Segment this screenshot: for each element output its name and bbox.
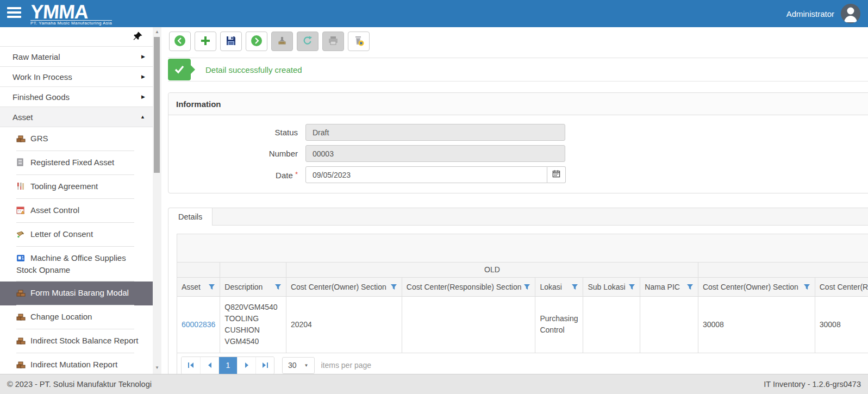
cell-old-cc-responsible — [402, 296, 535, 353]
first-page-button[interactable] — [182, 357, 200, 374]
grid-header-row: Asset Description Cost Center(Owner) Sec… — [177, 277, 868, 296]
add-button[interactable] — [195, 32, 216, 51]
chevron-down-icon: ▼ — [304, 363, 309, 368]
group-header-new — [698, 262, 868, 277]
submit-button[interactable] — [246, 32, 267, 51]
topbar: YMMA PT. Yamaha Music Manufacturing Asia… — [0, 0, 868, 27]
boxes-icon — [16, 134, 26, 145]
calendar-icon — [552, 170, 560, 180]
delete-button[interactable] — [348, 32, 370, 51]
number-input[interactable] — [305, 145, 565, 162]
sidebar-scrollbar[interactable]: ▲ ▼ — [153, 27, 161, 374]
refresh-button[interactable] — [297, 32, 319, 51]
sidebar-item-work-in-process[interactable]: Work In Process ▶ — [0, 67, 153, 87]
action-toolbar — [168, 31, 868, 57]
sidebar-item-asset[interactable]: Asset ▲ — [0, 107, 153, 127]
approve-button[interactable] — [271, 32, 293, 51]
chevron-up-icon: ▲ — [140, 114, 145, 120]
user-name: Administrator — [786, 9, 834, 18]
filter-icon[interactable] — [523, 284, 530, 290]
sidebar-item-indirect-stock-balance-report[interactable]: Indirect Stock Balance Report — [0, 329, 153, 353]
col-description: Description — [220, 277, 286, 296]
sidebar-item-change-location[interactable]: Change Location — [0, 305, 153, 329]
back-button[interactable] — [169, 32, 191, 51]
sidebar-item-machine-office-supplies-stock-opname[interactable]: Machine & Office Supplies Stock Opname — [0, 247, 153, 282]
pin-icon[interactable] — [133, 31, 143, 43]
filter-icon[interactable] — [803, 284, 810, 290]
sidebar-item-letter-of-consent[interactable]: Letter of Consent — [0, 223, 153, 247]
print-button[interactable] — [322, 32, 344, 51]
details-tabstrip: Details OLD — [168, 208, 868, 374]
alert-message: Detail successfully created — [205, 65, 302, 74]
boxes-icon — [16, 360, 26, 371]
sidebar-item-label: Registered Fixed Asset — [30, 158, 114, 167]
tab-details[interactable]: Details — [168, 208, 213, 226]
printer-icon — [328, 36, 339, 47]
sidebar-item-tooling-agreement[interactable]: Tooling Agreement — [0, 175, 153, 199]
status-input[interactable] — [305, 124, 565, 141]
calendar-button[interactable] — [547, 166, 566, 183]
floppy-icon — [226, 35, 236, 48]
col-old-cc-owner: Cost Center(Owner) Section — [286, 277, 402, 296]
sidebar-pin-row — [0, 27, 153, 47]
details-grid: OLD Asset Description Cost Center(Owner)… — [177, 234, 868, 374]
sidebar-item-registered-fixed-asset[interactable]: Registered Fixed Asset — [0, 151, 153, 175]
filter-icon[interactable] — [628, 284, 635, 290]
information-panel-header: Information — [168, 93, 868, 115]
tools-icon — [16, 182, 26, 193]
scroll-up-icon[interactable]: ▲ — [153, 28, 161, 36]
sidebar-item-grs[interactable]: GRS — [0, 127, 153, 151]
tab-header: Details — [168, 208, 868, 225]
required-asterisk: * — [295, 170, 298, 178]
next-page-button[interactable] — [237, 357, 255, 374]
page-size-value: 30 — [288, 361, 297, 370]
grid-toolbar — [177, 234, 868, 262]
asset-link[interactable]: 60002836 — [182, 320, 215, 329]
boxes-icon — [16, 336, 26, 347]
footer-version: IT Inventory - 1.2.6-grs0473 — [764, 380, 861, 389]
footer: © 2023 - PT. Solusi Manufaktur Teknologi… — [0, 374, 868, 394]
filter-icon[interactable] — [686, 284, 694, 290]
cell-description: Q820VGM4540 TOOLING CUSHION VGM4540 — [220, 296, 286, 353]
grid-pager: 1 30 ▼ items per page — [177, 353, 868, 374]
sidebar-item-raw-material[interactable]: Raw Material ▶ — [0, 47, 153, 67]
col-nama-pic: Nama PIC — [640, 277, 698, 296]
sidebar-item-indirect-mutation-report[interactable]: Indirect Mutation Report — [0, 353, 153, 374]
user-avatar-icon[interactable] — [841, 4, 860, 23]
details-table: OLD Asset Description Cost Center(Owner)… — [177, 262, 868, 353]
cell-asset: 60002836 — [177, 296, 220, 353]
cell-old-cc-owner: 20204 — [286, 296, 402, 353]
sidebar-item-label: Form Mutasi Barang Modal — [30, 288, 129, 297]
save-button[interactable] — [220, 32, 242, 51]
check-icon — [168, 59, 191, 80]
last-page-button[interactable] — [255, 357, 274, 374]
sidebar-item-label: Finished Goods — [13, 92, 70, 102]
sidebar-item-finished-goods[interactable]: Finished Goods ▶ — [0, 87, 153, 107]
page-1-button[interactable]: 1 — [218, 357, 237, 374]
sidebar-item-label: Asset — [13, 112, 33, 122]
sidebar-item-label: GRS — [30, 134, 48, 143]
prev-page-button[interactable] — [200, 357, 218, 374]
scroll-down-icon[interactable]: ▼ — [153, 364, 161, 372]
date-input[interactable] — [305, 166, 547, 183]
chevron-right-icon: ▶ — [141, 94, 145, 99]
main-content: Detail successfully created Information … — [161, 27, 868, 374]
circle-chevron-left-icon — [174, 35, 186, 48]
sidebar-item-label: Tooling Agreement — [30, 182, 98, 191]
sidebar-item-form-mutasi-barang-modal[interactable]: Form Mutasi Barang Modal — [0, 282, 153, 305]
page-size-dropdown[interactable]: 30 ▼ — [282, 357, 315, 374]
grid-group-header-row: OLD — [177, 262, 868, 277]
col-lokasi: Lokasi — [535, 277, 583, 296]
footer-copyright: © 2023 - PT. Solusi Manufaktur Teknologi — [7, 380, 152, 389]
filter-icon[interactable] — [390, 284, 397, 290]
success-alert: Detail successfully created — [168, 58, 868, 82]
filter-icon[interactable] — [208, 284, 215, 290]
date-field-row: Date * — [168, 166, 868, 183]
col-new-cc-responsible: Cost Center(Responsible) Section — [815, 277, 868, 296]
filter-icon[interactable] — [571, 284, 578, 290]
col-new-cc-owner: Cost Center(Owner) Section — [698, 277, 815, 296]
menu-toggle-icon[interactable] — [7, 7, 21, 18]
filter-icon[interactable] — [274, 284, 282, 290]
scrollbar-thumb[interactable] — [154, 37, 160, 173]
sidebar-item-asset-control[interactable]: Asset Control — [0, 199, 153, 223]
